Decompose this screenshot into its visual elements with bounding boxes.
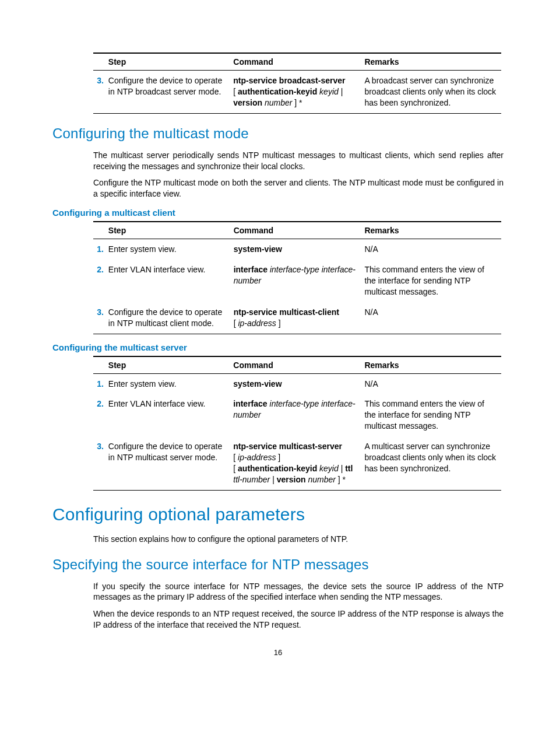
step-text: Configure the device to operate in NTP m… <box>108 436 233 490</box>
step-number: 1. <box>93 239 108 260</box>
step-text: Enter system view. <box>108 239 234 260</box>
col-step: Step <box>108 222 234 239</box>
table-multicast-server: Step Command Remarks 1. Enter system vie… <box>93 356 501 491</box>
page-number: 16 <box>52 648 504 657</box>
col-remarks: Remarks <box>364 356 501 374</box>
table-broadcast-server: Step Command Remarks 3. Configure the de… <box>93 52 501 114</box>
step-text: Enter VLAN interface view. <box>108 260 234 302</box>
step-number: 2. <box>93 394 108 436</box>
remarks-text: This command enters the view of the inte… <box>364 394 501 436</box>
paragraph: Configure the NTP multicast mode on both… <box>93 177 504 200</box>
col-step: Step <box>108 356 233 374</box>
col-command: Command <box>234 222 365 239</box>
table-row: 2. Enter VLAN interface view. interface … <box>93 260 501 302</box>
command-text: ntp-service multicast-client [ ip-addres… <box>234 302 365 334</box>
step-text: Enter VLAN interface view. <box>108 394 233 436</box>
paragraph: The multicast server periodically sends … <box>93 150 504 172</box>
table-row: 1. Enter system view. system-view N/A <box>93 239 501 260</box>
step-number: 2. <box>93 260 108 302</box>
step-number: 1. <box>93 373 108 394</box>
step-number: 3. <box>93 302 108 334</box>
paragraph: If you specify the source interface for … <box>93 581 504 603</box>
col-command: Command <box>233 53 364 71</box>
table-row: 2. Enter VLAN interface view. interface … <box>93 394 501 436</box>
paragraph: When the device responds to an NTP reque… <box>93 608 504 631</box>
table-row: 3. Configure the device to operate in NT… <box>93 436 501 490</box>
step-text: Configure the device to operate in NTP m… <box>108 302 234 334</box>
remarks-text: A broadcast server can synchronize broad… <box>364 71 501 114</box>
table-row: 3. Configure the device to operate in NT… <box>93 302 501 334</box>
paragraph: This section explains how to configure t… <box>93 534 504 545</box>
col-remarks: Remarks <box>364 222 501 239</box>
heading-multicast-mode: Configuring the multicast mode <box>52 125 504 142</box>
command-text: system-view <box>234 239 365 260</box>
table-row: 3. Configure the device to operate in NT… <box>93 71 501 114</box>
heading-source-interface: Specifying the source interface for NTP … <box>52 556 504 573</box>
command-text: interface interface-type interface-numbe… <box>233 394 364 436</box>
remarks-text: N/A <box>364 302 501 334</box>
command-text: interface interface-type interface-numbe… <box>234 260 365 302</box>
heading-optional-params: Configuring optional parameters <box>52 505 504 524</box>
step-text: Configure the device to operate in NTP b… <box>108 71 233 114</box>
step-number: 3. <box>93 71 108 114</box>
table-row: 1. Enter system view. system-view N/A <box>93 373 501 394</box>
table-multicast-client: Step Command Remarks 1. Enter system vie… <box>93 221 501 334</box>
remarks-text: This command enters the view of the inte… <box>364 260 501 302</box>
heading-multicast-server: Configuring the multicast server <box>52 342 504 352</box>
col-step: Step <box>108 53 233 71</box>
heading-multicast-client: Configuring a multicast client <box>52 208 504 218</box>
col-command: Command <box>233 356 364 374</box>
command-text: ntp-service multicast-server [ ip-addres… <box>233 436 364 490</box>
remarks-text: N/A <box>364 373 501 394</box>
step-number: 3. <box>93 436 108 490</box>
step-text: Enter system view. <box>108 373 233 394</box>
command-text: system-view <box>233 373 364 394</box>
remarks-text: N/A <box>364 239 501 260</box>
page-content: Step Command Remarks 3. Configure the de… <box>0 0 556 686</box>
remarks-text: A multicast server can synchronize broad… <box>364 436 501 490</box>
col-remarks: Remarks <box>364 53 501 71</box>
command-text: ntp-service broadcast-server [ authentic… <box>233 71 364 114</box>
